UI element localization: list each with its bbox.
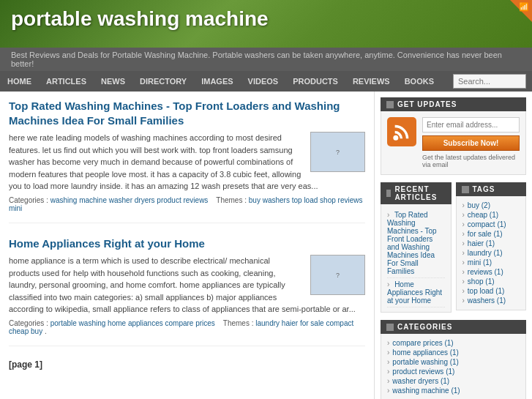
sidebar: GET UPDATES Subscribe Now! Get the lates… — [375, 92, 532, 399]
categories-box-icon — [386, 324, 394, 331]
recent-article-link-1[interactable]: Top Rated Washing Machines - Top Front L… — [387, 211, 437, 275]
nav-articles[interactable]: ARTICLES — [39, 72, 94, 90]
updates-note: Get the latest updates delivered via ema… — [422, 154, 520, 168]
cat-home-app: home appliances (1) — [387, 348, 520, 357]
tagline: Best Reviews and Deals for Portable Wash… — [0, 48, 532, 71]
theme-for-sale[interactable]: for sale — [300, 319, 324, 327]
article-1-title: Top Rated Washing Machines - Top Front L… — [9, 99, 365, 127]
tag-laundry: laundry (1) — [462, 248, 520, 258]
article-2: Home Appliances Right at your Home ? hom… — [9, 236, 365, 346]
categories-box: CATEGORIES compare prices (1) home appli… — [381, 320, 526, 399]
recent-article-link-2[interactable]: Home Appliances Right at your Home — [387, 280, 442, 305]
theme-compact[interactable]: compact — [326, 319, 353, 327]
site-title: portable washing machine — [11, 7, 521, 31]
theme-buy-washers[interactable]: buy washers — [249, 196, 290, 204]
tags-box-icon — [462, 186, 469, 193]
tag-reviews: reviews (1) — [462, 267, 520, 277]
theme-cheap[interactable]: cheap — [9, 327, 29, 335]
search-input[interactable] — [453, 74, 526, 89]
tags-content: buy (2) cheap (1) compact (1) for sale (… — [456, 196, 527, 310]
themes-label-2: Themes : — [223, 319, 254, 327]
categories-content: compare prices (1) home appliances (1) p… — [381, 334, 526, 399]
search-wrap — [447, 71, 532, 92]
nav-books[interactable]: BOOKS — [397, 72, 441, 90]
theme-shop[interactable]: shop — [320, 196, 336, 204]
main-content: Top Rated Washing Machines - Top Front L… — [0, 92, 375, 399]
tag-shop: shop (1) — [462, 277, 520, 286]
cat-product-rev: product reviews (1) — [387, 367, 520, 376]
nav-home[interactable]: HOME — [0, 72, 39, 90]
two-col-section: RECENT ARTICLES Top Rated Washing Machin… — [381, 182, 526, 320]
theme-reviews[interactable]: reviews — [338, 196, 363, 204]
nav-directory[interactable]: DIRECTORY — [132, 72, 194, 90]
article-2-title-link[interactable]: Home Appliances Right at your Home — [9, 237, 205, 250]
article-2-meta: Categories : portable washing home appli… — [9, 319, 365, 335]
tag-top-load: top load (1) — [462, 286, 520, 296]
cat-compare: compare prices (1) — [387, 338, 520, 348]
cat-washer-dry: washer dryers (1) — [387, 376, 520, 386]
tag-haier: haier (1) — [462, 239, 520, 248]
rss-icon-big — [387, 117, 416, 146]
article-1-image: ? — [310, 132, 365, 172]
updates-right: Subscribe Now! Get the latest updates de… — [422, 117, 520, 168]
nav-images[interactable]: IMAGES — [194, 72, 240, 90]
cat-portable-wash: portable washing (1) — [387, 357, 520, 367]
tag-compact: compact (1) — [462, 220, 520, 229]
theme-haier[interactable]: haier — [282, 319, 298, 327]
email-input[interactable] — [422, 117, 520, 133]
recent-box-icon — [386, 190, 391, 197]
nav-reviews[interactable]: REVIEWS — [345, 72, 397, 90]
themes-label: Themes : — [216, 196, 247, 204]
tag-mini: mini (1) — [462, 258, 520, 267]
rss-corner-icon: 📶 — [519, 2, 529, 12]
recent-articles-content: Top Rated Washing Machines - Top Front L… — [381, 204, 452, 313]
content-wrap: Top Rated Washing Machines - Top Front L… — [0, 92, 532, 399]
tags-title: TAGS — [456, 182, 527, 196]
pagination: [page 1] — [9, 359, 365, 370]
subscribe-button[interactable]: Subscribe Now! — [422, 135, 520, 151]
cat-washing-machine[interactable]: washing machine — [50, 196, 107, 204]
cat-wash-machine: washing machine (1) — [387, 386, 520, 395]
recent-item-2: Home Appliances Right at your Home — [387, 278, 445, 307]
nav-videos[interactable]: VIDEOS — [241, 72, 286, 90]
tag-cheap: cheap (1) — [462, 210, 520, 220]
recent-articles-title: RECENT ARTICLES — [381, 182, 452, 204]
tag-buy: buy (2) — [462, 201, 520, 210]
rss-svg — [391, 122, 412, 142]
nav-news[interactable]: NEWS — [94, 72, 132, 90]
recent-articles-box: RECENT ARTICLES Top Rated Washing Machin… — [381, 182, 452, 313]
get-updates-box: GET UPDATES Subscribe Now! Get the lates… — [381, 97, 526, 175]
cat-home-appliances[interactable]: home appliances — [108, 319, 163, 327]
cat-compare-prices[interactable]: compare prices — [165, 319, 214, 327]
theme-mini[interactable]: mini — [9, 204, 22, 212]
categories-label-2: Categories : — [9, 319, 48, 327]
article-2-image: ? — [310, 255, 365, 295]
theme-top-load[interactable]: top load — [292, 196, 318, 204]
theme-buy[interactable]: buy — [31, 327, 42, 335]
article-1-meta: Categories : washing machine washer drye… — [9, 196, 365, 212]
article-1: Top Rated Washing Machines - Top Front L… — [9, 99, 365, 223]
tag-for-sale: for sale (1) — [462, 229, 520, 239]
svg-point-0 — [393, 135, 398, 141]
article-2-title: Home Appliances Right at your Home — [9, 236, 365, 251]
tag-washers: washers (1) — [462, 296, 520, 305]
categories-label: Categories : — [9, 196, 48, 204]
get-updates-content: Subscribe Now! Get the latest updates de… — [381, 111, 526, 175]
article-1-title-link[interactable]: Top Rated Washing Machines - Top Front L… — [9, 100, 340, 127]
main-nav: HOME ARTICLES NEWS DIRECTORY IMAGES VIDE… — [0, 71, 532, 92]
cat-portable-washing[interactable]: portable washing — [50, 319, 106, 327]
recent-item-1: Top Rated Washing Machines - Top Front L… — [387, 209, 445, 278]
updates-box-icon — [386, 101, 394, 108]
cat-product-reviews[interactable]: product reviews — [157, 196, 208, 204]
theme-laundry[interactable]: laundry — [255, 319, 280, 327]
site-header: portable washing machine 📶 — [0, 0, 532, 48]
nav-products[interactable]: PRODUCTS — [285, 72, 345, 90]
tags-box: TAGS buy (2) cheap (1) compact (1) for s… — [456, 182, 527, 313]
cat-washer-dryers[interactable]: washer dryers — [109, 196, 155, 204]
categories-title: CATEGORIES — [381, 320, 526, 334]
get-updates-title: GET UPDATES — [381, 97, 526, 111]
